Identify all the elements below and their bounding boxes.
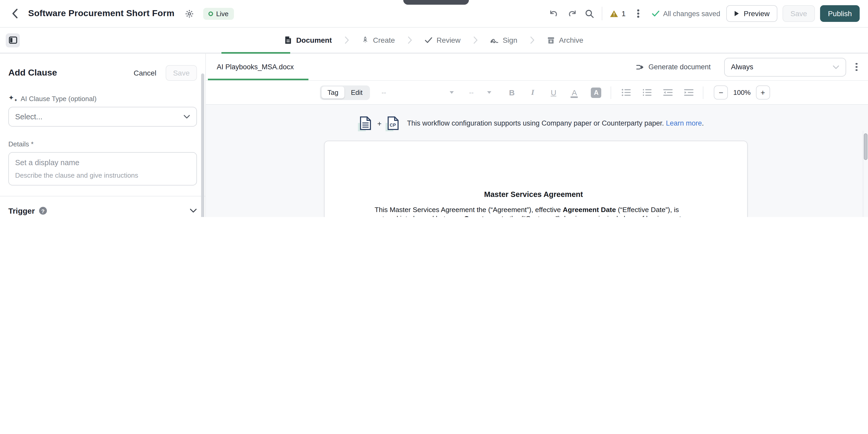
zoom-in-button[interactable]: +	[756, 86, 770, 99]
learn-more-link[interactable]: Learn more	[666, 119, 702, 127]
document-tab-row: AI Playbooks_MSA.docx Generate document …	[206, 54, 868, 81]
active-tab-indicator	[208, 79, 308, 80]
step-create[interactable]: Create	[362, 36, 395, 44]
document-page[interactable]: Master Services Agreement This Master Se…	[324, 141, 748, 217]
top-bar-actions: 1 All changes saved Preview Save Publish	[548, 5, 860, 22]
divider	[602, 7, 602, 20]
top-bar: Software Procurement Short Form Live 1	[0, 0, 868, 28]
divider	[703, 86, 704, 99]
display-name-placeholder: Set a display name	[15, 158, 190, 167]
document-icon	[285, 36, 292, 44]
tag-mode-button[interactable]: Tag	[321, 87, 345, 98]
viewer-scrollbar[interactable]	[864, 133, 867, 160]
step-label: Archive	[559, 36, 583, 44]
live-dot-icon	[208, 11, 213, 16]
save-button[interactable]: Save	[782, 5, 815, 22]
indent-button[interactable]	[684, 89, 694, 96]
step-label: Review	[437, 36, 461, 44]
font-color-button[interactable]: A	[570, 88, 579, 97]
zoom-level: 100%	[733, 89, 751, 96]
svg-text:CP: CP	[390, 123, 396, 128]
back-button[interactable]	[8, 7, 21, 20]
step-document[interactable]: Document	[285, 36, 332, 44]
warning-triangle-icon	[610, 10, 618, 18]
dropdown-arrow-icon	[450, 91, 455, 94]
save-status: All changes saved	[652, 10, 720, 18]
preview-button[interactable]: Preview	[726, 5, 778, 22]
step-sign[interactable]: Sign	[490, 36, 517, 44]
file-tab-label: AI Playbooks_MSA.docx	[217, 63, 294, 71]
file-tab[interactable]: AI Playbooks_MSA.docx	[208, 54, 308, 80]
sidebar-scrollbar[interactable]	[201, 73, 204, 217]
trigger-section-header: Trigger ?	[8, 206, 197, 215]
step-separator-icon	[530, 36, 534, 44]
page-title: Software Procurement Short Form	[28, 8, 175, 19]
document-more-options-button[interactable]	[850, 63, 863, 71]
ai-clause-type-label: ✦✦ AI Clause Type (optional)	[8, 94, 197, 103]
workflow-branch-icon	[636, 63, 644, 71]
signature-icon	[490, 37, 499, 43]
underline-button[interactable]: U	[549, 88, 558, 97]
publish-button[interactable]: Publish	[820, 5, 860, 22]
details-input[interactable]: Set a display name Describe the clause a…	[8, 152, 197, 185]
step-separator-icon	[407, 36, 412, 44]
font-family-select[interactable]: --	[382, 89, 455, 96]
workflow-step-bar: Document Create Review Sign Archive	[0, 28, 868, 54]
font-family-value: --	[382, 89, 386, 96]
cancel-button[interactable]: Cancel	[134, 69, 156, 77]
ai-clause-type-select[interactable]: Select...	[8, 107, 197, 127]
rocket-icon	[362, 36, 369, 44]
zoom-controls: − 100% +	[714, 86, 770, 99]
italic-button[interactable]: I	[529, 88, 537, 97]
help-icon[interactable]: ?	[39, 207, 47, 215]
panel-title: Add Clause	[8, 68, 134, 78]
step-separator-icon	[473, 36, 478, 44]
search-button[interactable]	[583, 7, 596, 20]
generate-mode-select[interactable]: Always	[724, 58, 846, 76]
undo-button[interactable]	[548, 7, 561, 20]
collapse-chevron-down-icon[interactable]	[190, 208, 197, 213]
details-label: Details *	[8, 140, 197, 148]
save-status-text: All changes saved	[663, 10, 720, 18]
editor-toolbar: Tag Edit -- -- B I U A A	[206, 81, 868, 105]
publish-label: Publish	[828, 9, 852, 18]
format-buttons: B I U A A	[508, 87, 601, 98]
banner-text: This workflow configuration supports usi…	[407, 119, 704, 127]
document-viewer: + CP This workflow configuration support…	[206, 105, 868, 217]
settings-gear-icon[interactable]	[185, 9, 194, 18]
panel-save-button[interactable]: Save	[166, 65, 197, 81]
zoom-out-button[interactable]: −	[714, 86, 728, 99]
bold-button[interactable]: B	[508, 88, 516, 97]
generate-label: Generate document	[648, 63, 711, 71]
more-options-button[interactable]	[632, 10, 645, 18]
sparkles-icon: ✦✦	[8, 94, 18, 103]
generate-document-button[interactable]: Generate document	[636, 63, 711, 71]
workflow-steps: Document Create Review Sign Archive	[0, 36, 868, 44]
bullet-list-button[interactable]	[622, 89, 631, 96]
chevron-down-icon	[183, 115, 190, 119]
step-label: Document	[296, 36, 332, 44]
mode-switch: Tag Edit	[320, 85, 370, 100]
trigger-title: Trigger	[8, 206, 35, 215]
divider	[611, 86, 611, 99]
preview-label: Preview	[744, 9, 770, 18]
edit-mode-button[interactable]: Edit	[345, 87, 369, 98]
description-placeholder: Describe the clause and give instruction…	[15, 172, 190, 179]
add-clause-panel: Add Clause Cancel Save ✦✦ AI Clause Type…	[0, 54, 206, 217]
numbered-list-button[interactable]	[643, 89, 652, 96]
highlight-button[interactable]: A	[591, 87, 601, 98]
select-value: Select...	[15, 113, 42, 121]
redo-button[interactable]	[565, 7, 579, 20]
outdent-button[interactable]	[663, 89, 673, 96]
step-separator-icon	[344, 36, 349, 44]
step-archive[interactable]: Archive	[547, 36, 583, 44]
check-icon	[652, 10, 660, 17]
paper-support-banner: + CP This workflow configuration support…	[206, 116, 858, 130]
font-size-select[interactable]: --	[469, 89, 492, 96]
chevron-down-icon	[833, 65, 839, 69]
live-status-badge: Live	[203, 7, 234, 20]
warnings-indicator[interactable]: 1	[610, 9, 626, 18]
viewer-scrollbar-track	[863, 131, 863, 217]
step-review[interactable]: Review	[425, 36, 461, 44]
document-intro-paragraph: This Master Services Agreement the (“Agr…	[375, 205, 692, 217]
